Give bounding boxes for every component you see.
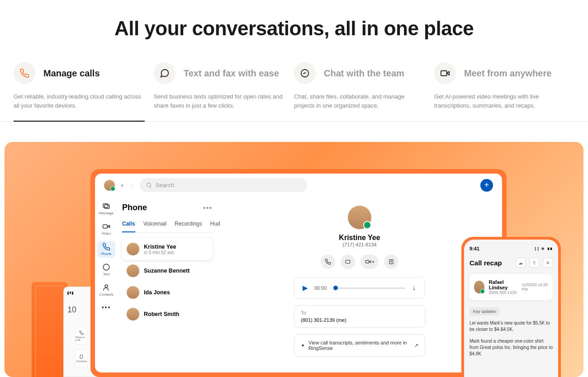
- avatar: [127, 308, 139, 320]
- sidenav-message[interactable]: Message: [97, 200, 115, 217]
- call-item[interactable]: Kristine Yee⊙ 5 min 52 sec: [122, 238, 213, 260]
- sidenav-more[interactable]: •••: [97, 302, 115, 313]
- feature-tabs: Manage calls Get reliable, industry-lead…: [0, 62, 588, 122]
- call-button[interactable]: [321, 254, 335, 269]
- place-call-button[interactable]: Place a Call: [75, 327, 88, 344]
- svg-rect-1: [441, 71, 447, 76]
- feature-desc: Get AI-powered video meetings with live …: [434, 92, 574, 110]
- svg-point-7: [103, 264, 109, 270]
- user-avatar[interactable]: [104, 180, 115, 191]
- transcript-link[interactable]: ✦ View call transcripts, sentiments and …: [294, 334, 425, 357]
- phone-mockup: 9:41 ⋮⋮ ᯤ ▮▮ Call recap ☁ ⇧ ✕ Rafael Lin…: [461, 237, 561, 377]
- message-button[interactable]: [341, 254, 355, 269]
- notes-button[interactable]: [384, 254, 398, 269]
- chat-icon: [294, 62, 316, 84]
- subtab-recordings[interactable]: Recordings: [175, 221, 202, 232]
- recap-title: Call recap: [469, 259, 502, 267]
- call-item[interactable]: Ida Jones: [122, 282, 213, 303]
- key-updates-badge: Key updates: [469, 307, 499, 316]
- svg-rect-6: [103, 225, 108, 228]
- play-icon[interactable]: ▶: [303, 284, 308, 292]
- nav-back-forward[interactable]: ‹›: [121, 182, 133, 188]
- phone-icon: [14, 62, 35, 84]
- panel-title: Phone•••: [122, 203, 213, 212]
- call-list: Phone••• Calls Voicemail Recordings Hud …: [118, 197, 217, 372]
- svg-rect-4: [103, 204, 108, 207]
- audio-player[interactable]: ▶ 00:00 ⭳: [294, 277, 425, 299]
- svg-point-3: [147, 183, 151, 187]
- status-icons: ⋮⋮ ᯤ ▮▮: [534, 246, 553, 251]
- feature-title: Meet from anywhere: [464, 68, 551, 79]
- to-section: To (801) 301-2139 (me): [294, 305, 425, 328]
- contacts-button[interactable]: Contacts: [75, 350, 88, 367]
- avatar: [127, 264, 139, 277]
- update-text: Mark found a cheaper one-color shirt fro…: [469, 338, 553, 357]
- contact-avatar: [348, 206, 371, 229]
- external-link-icon: ↗: [414, 343, 418, 349]
- call-item[interactable]: Robert Smith: [122, 303, 213, 325]
- audio-track[interactable]: [333, 287, 405, 289]
- feature-desc: Get reliable, industry-leading cloud cal…: [14, 92, 154, 110]
- avatar: [127, 243, 139, 255]
- tab-chat-team[interactable]: Chat with the team Chat, share files, co…: [294, 62, 434, 121]
- sidenav: Message Video Phone Text Contacts •••: [95, 197, 118, 372]
- add-button[interactable]: +: [480, 179, 493, 192]
- feature-title: Text and fax with ease: [184, 68, 279, 79]
- sidenav-contacts[interactable]: Contacts: [97, 282, 115, 298]
- share-icon[interactable]: ⇧: [529, 258, 539, 268]
- tab-meet-anywhere[interactable]: Meet from anywhere Get AI-powered video …: [434, 62, 574, 121]
- call-detail: Kristine Yee (717) 421-6134 ▾ ▶ 00:00: [217, 197, 502, 372]
- feature-desc: Chat, share files, collaborate, and mana…: [294, 92, 434, 110]
- subtab-calls[interactable]: Calls: [122, 221, 135, 232]
- search-input[interactable]: Search: [140, 178, 307, 192]
- close-icon[interactable]: ✕: [543, 258, 553, 268]
- feature-title: Manage calls: [43, 68, 100, 79]
- desk-object: [32, 282, 68, 377]
- svg-point-8: [105, 285, 108, 287]
- feature-title: Chat with the team: [324, 68, 404, 79]
- svg-rect-9: [346, 260, 350, 264]
- svg-rect-2: [80, 355, 83, 358]
- contact-phone: (717) 421-6134: [342, 242, 376, 247]
- search-icon: [146, 182, 152, 188]
- sparkle-icon: ✦: [301, 343, 305, 349]
- feature-desc: Send business texts optimized for open r…: [154, 92, 294, 110]
- sidenav-video[interactable]: Video: [97, 221, 115, 237]
- app-header: ‹› Search +: [95, 174, 502, 197]
- cloud-icon[interactable]: ☁: [516, 258, 526, 268]
- sidenav-text[interactable]: Text: [97, 261, 115, 278]
- phone-status-bar: 9:41 ⋮⋮ ᯤ ▮▮: [469, 246, 553, 251]
- video-button[interactable]: ▾: [360, 254, 379, 269]
- avatar: [474, 281, 484, 293]
- download-icon[interactable]: ⭳: [412, 285, 417, 291]
- tab-manage-calls[interactable]: Manage calls Get reliable, industry-lead…: [14, 62, 154, 121]
- update-text: Lei wants Mark's new quote for $5,5K to …: [469, 320, 553, 333]
- subtab-voicemail[interactable]: Voicemail: [143, 221, 166, 232]
- sidenav-phone[interactable]: Phone: [97, 241, 115, 258]
- showcase-image: 10 Place a Call Contacts ‹› Search + Mes…: [5, 142, 583, 377]
- hero-title: All your conversations, all in one place: [0, 0, 588, 62]
- tab-text-fax[interactable]: Text and fax with ease Send business tex…: [154, 62, 294, 121]
- svg-rect-10: [365, 260, 369, 263]
- tablet-mockup: ‹› Search + Message Video Phone Text Con…: [90, 169, 507, 377]
- avatar: [127, 286, 139, 299]
- speech-bubble-icon: [154, 62, 175, 84]
- contact-card[interactable]: Rafael Lindsey (650) 555-1234 11/05/23 1…: [469, 274, 553, 300]
- contact-name: Kristine Yee: [339, 234, 380, 242]
- more-icon[interactable]: •••: [203, 204, 213, 212]
- call-item[interactable]: Suzanne Bennett: [122, 260, 213, 282]
- svg-rect-5: [104, 205, 109, 208]
- video-icon: [434, 62, 456, 84]
- menu-icon: [67, 292, 74, 295]
